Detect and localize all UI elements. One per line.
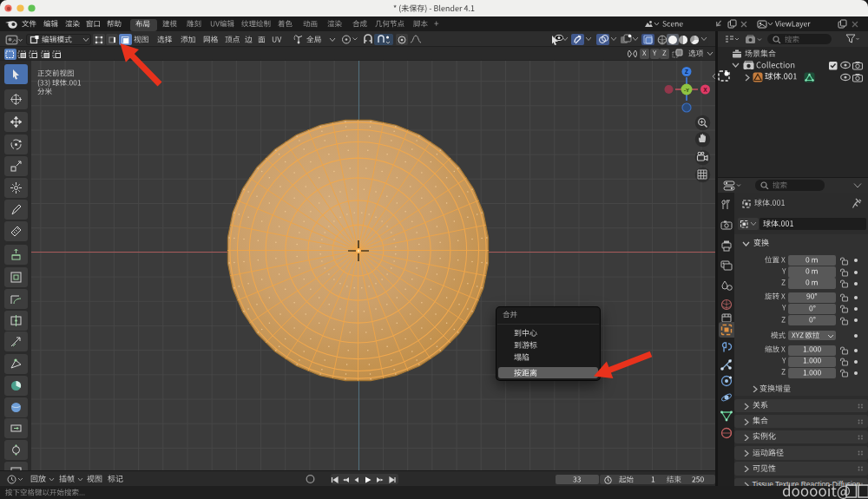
svg-text:Z: Z [685,69,688,75]
svg-text:X: X [703,87,707,93]
svg-text:-Y: -Y [684,88,689,93]
